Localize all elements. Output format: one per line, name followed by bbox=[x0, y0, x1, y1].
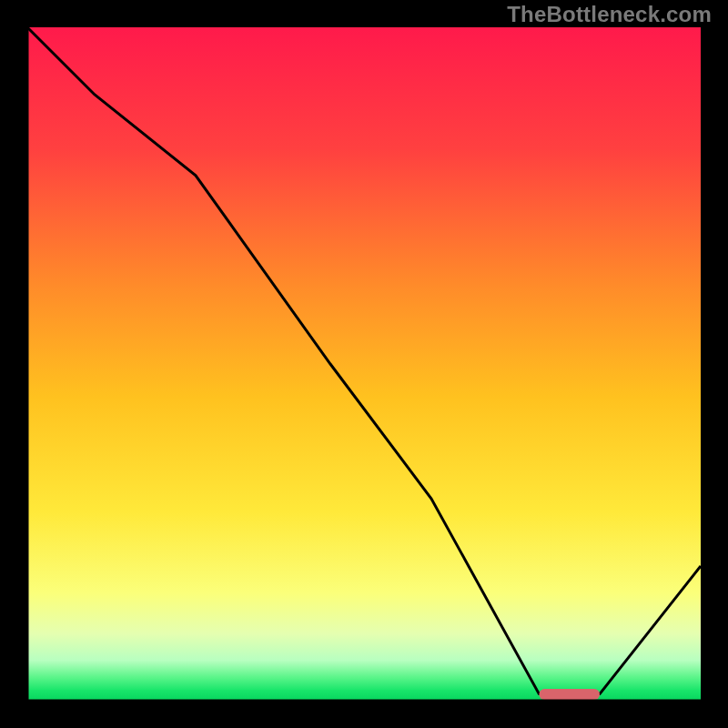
watermark-text: TheBottleneck.com bbox=[507, 2, 712, 27]
gradient-background bbox=[27, 27, 701, 701]
bottleneck-chart bbox=[0, 0, 728, 728]
chart-frame: TheBottleneck.com bbox=[0, 0, 728, 728]
optimal-range-marker bbox=[539, 689, 600, 700]
